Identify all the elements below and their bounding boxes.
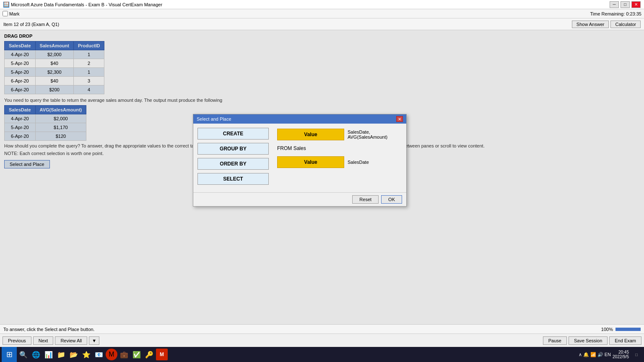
review-all-dropdown[interactable]: ▼ bbox=[89, 336, 99, 345]
app-icon: 🪟 bbox=[3, 2, 9, 8]
taskbar: ⊞ 🔍 🌐 📊 📁 📂 ⭐ 📧 M 💼 ✅ 🔑 M ∧ 🔔 📶 🔊 EN 20:… bbox=[0, 347, 644, 362]
show-answer-button[interactable]: Show Answer bbox=[572, 21, 609, 28]
taskbar-search-icon[interactable]: 🔍 bbox=[18, 349, 29, 360]
modal-body: CREATE GROUP BY ORDER BY SELECT Value Sa… bbox=[193, 124, 406, 192]
taskbar-right: ∧ 🔔 📶 🔊 EN 20:45 2022/9/5 □ bbox=[579, 349, 642, 360]
modal-row-from: FROM Sales bbox=[277, 144, 402, 153]
value-button-2[interactable]: Value bbox=[277, 156, 344, 168]
modal-label-2: SalesDate bbox=[348, 160, 369, 165]
time-remaining: Time Remaining: 0:23:35 bbox=[590, 11, 642, 16]
taskbar-certexam-icon[interactable]: M bbox=[156, 349, 168, 360]
taskbar-folder-icon[interactable]: 📁 bbox=[55, 349, 67, 360]
pause-button[interactable]: Pause bbox=[543, 336, 567, 345]
zoom-bar bbox=[615, 328, 641, 331]
taskbar-mail-icon[interactable]: 📧 bbox=[93, 349, 105, 360]
taskbar-tray-icons: ∧ 🔔 📶 🔊 EN bbox=[579, 352, 611, 357]
keyword-create[interactable]: CREATE bbox=[197, 128, 269, 140]
modal-row-3 bbox=[277, 171, 402, 188]
taskbar-icon-6[interactable]: ⭐ bbox=[80, 349, 92, 360]
minimize-button[interactable]: ─ bbox=[610, 1, 619, 8]
reset-button[interactable]: Reset bbox=[352, 195, 379, 204]
keyword-group-by[interactable]: GROUP BY bbox=[197, 143, 269, 155]
modal-values-panel: Value SalesDate,AVG(SalesAmount) FROM Sa… bbox=[277, 128, 402, 188]
mark-checkbox-label[interactable]: Mark bbox=[3, 11, 19, 16]
modal-label-1: SalesDate,AVG(SalesAmount) bbox=[348, 129, 387, 140]
taskbar-icon-11[interactable]: 🔑 bbox=[143, 349, 155, 360]
previous-button[interactable]: Previous bbox=[3, 336, 31, 345]
taskbar-icon-9[interactable]: 💼 bbox=[118, 349, 130, 360]
keyword-order-by[interactable]: ORDER BY bbox=[197, 158, 269, 170]
review-all-button[interactable]: Review All bbox=[55, 336, 87, 345]
status-text: To answer, click the Select and Place bu… bbox=[3, 327, 95, 332]
end-exam-button[interactable]: End Exam bbox=[609, 336, 641, 345]
ok-button[interactable]: OK bbox=[381, 195, 402, 204]
restore-button[interactable]: □ bbox=[621, 1, 630, 8]
nav-left: Previous Next Review All ▼ bbox=[3, 336, 99, 345]
zoom-fill bbox=[615, 328, 641, 331]
modal-footer: Reset OK bbox=[193, 192, 406, 206]
save-session-button[interactable]: Save Session bbox=[569, 336, 608, 345]
taskbar-time-text: 20:45 bbox=[613, 350, 629, 354]
windows-logo-icon: ⊞ bbox=[6, 350, 13, 359]
item-info: Item 12 of 23 (Exam A, Q1) bbox=[3, 22, 59, 27]
modal-row-1: Value SalesDate,AVG(SalesAmount) bbox=[277, 129, 402, 140]
nav-bar: Previous Next Review All ▼ Pause Save Se… bbox=[0, 334, 644, 347]
taskbar-date-text: 2022/9/5 bbox=[613, 354, 629, 359]
modal-row-2: Value SalesDate bbox=[277, 156, 402, 168]
status-right: 100% bbox=[601, 327, 641, 332]
value-button-1[interactable]: Value bbox=[277, 129, 344, 140]
menu-bar: Mark Time Remaining: 0:23:35 bbox=[0, 9, 644, 18]
windows-start-button[interactable]: ⊞ bbox=[2, 347, 17, 362]
calculator-button[interactable]: Calculator bbox=[610, 21, 641, 28]
taskbar-show-desktop[interactable]: □ bbox=[631, 349, 642, 360]
select-place-modal: Select and Place ✕ CREATE GROUP BY ORDER… bbox=[193, 114, 407, 207]
modal-keywords-panel: CREATE GROUP BY ORDER BY SELECT bbox=[197, 128, 273, 188]
keyword-select[interactable]: SELECT bbox=[197, 173, 269, 185]
taskbar-excel-icon[interactable]: 📊 bbox=[43, 349, 55, 360]
toolbar: Item 12 of 23 (Exam A, Q1) Show Answer C… bbox=[0, 18, 644, 30]
window-title: Microsoft Azure Data Fundamentals - Exam… bbox=[11, 2, 610, 7]
main-content: DRAG DROP SalesDate SalesAmount ProductI… bbox=[0, 30, 644, 324]
title-bar: 🪟 Microsoft Azure Data Fundamentals - Ex… bbox=[0, 0, 644, 9]
mark-label: Mark bbox=[9, 11, 19, 16]
mark-checkbox[interactable] bbox=[3, 11, 8, 16]
taskbar-left: ⊞ 🔍 🌐 📊 📁 📂 ⭐ 📧 M 💼 ✅ 🔑 M bbox=[2, 347, 168, 362]
modal-titlebar: Select and Place ✕ bbox=[193, 114, 406, 124]
taskbar-icon-10[interactable]: ✅ bbox=[131, 349, 143, 360]
window-controls: ─ □ ✕ bbox=[610, 1, 641, 8]
taskbar-clock: 20:45 2022/9/5 bbox=[613, 350, 629, 359]
taskbar-explorer-icon[interactable]: 📂 bbox=[68, 349, 80, 360]
modal-title: Select and Place bbox=[197, 116, 231, 122]
nav-right: Pause Save Session End Exam bbox=[543, 336, 641, 345]
from-sales-label: FROM Sales bbox=[277, 144, 306, 153]
close-button[interactable]: ✕ bbox=[631, 1, 641, 8]
next-button[interactable]: Next bbox=[33, 336, 54, 345]
taskbar-icon-8[interactable]: M bbox=[106, 349, 117, 360]
zoom-label: 100% bbox=[601, 327, 613, 332]
modal-close-button[interactable]: ✕ bbox=[396, 116, 403, 122]
status-bar: To answer, click the Select and Place bu… bbox=[0, 324, 644, 334]
toolbar-buttons: Show Answer Calculator bbox=[572, 21, 641, 28]
taskbar-chrome-icon[interactable]: 🌐 bbox=[30, 349, 42, 360]
